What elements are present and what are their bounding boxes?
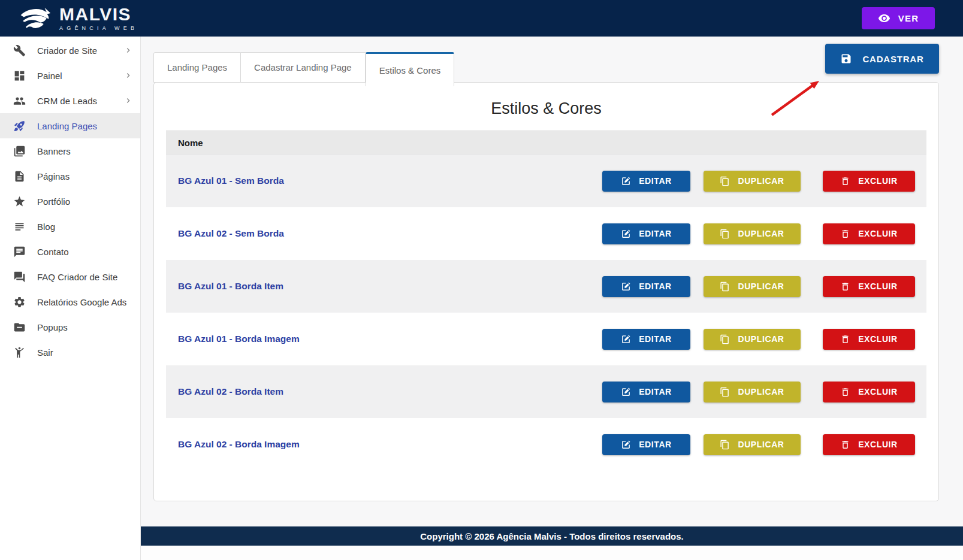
duplicar-button[interactable]: DUPLICAR <box>704 276 801 297</box>
editar-button[interactable]: EDITAR <box>602 171 690 192</box>
sidebar-item-portfolio[interactable]: Portfólio <box>0 189 140 214</box>
sidebar-item-banners[interactable]: Banners <box>0 138 140 164</box>
duplicar-button[interactable]: DUPLICAR <box>704 434 801 455</box>
chat-icon <box>13 246 26 258</box>
styles-table: Nome BG Azul 01 - Sem Borda EDITAR DUPLI… <box>166 131 926 471</box>
malvis-bird-icon <box>17 5 52 32</box>
main-column: CADASTRAR Landing Pages Cadastrar Landin… <box>141 37 963 560</box>
footer: Copyright © 2026 Agência Malvis - Todos … <box>141 526 963 546</box>
wrench-icon <box>13 44 26 57</box>
row-actions: EDITAR DUPLICAR EXCLUIR <box>602 382 915 402</box>
trash-icon <box>840 334 850 344</box>
edit-icon <box>621 440 631 450</box>
people-icon <box>13 95 26 107</box>
brand-name: MALVIS <box>59 5 138 23</box>
duplicar-button[interactable]: DUPLICAR <box>704 382 801 402</box>
tab-bar: Landing Pages Cadastrar Landing Page Est… <box>153 52 939 83</box>
dashboard-icon <box>13 69 26 82</box>
table-header-row: Nome <box>166 131 926 155</box>
app-shell: Criador de Site Painel CRM de Leads Land… <box>0 37 963 560</box>
edit-icon <box>621 281 631 292</box>
sidebar-item-sair[interactable]: Sair <box>0 340 140 365</box>
cadastrar-button-label: CADASTRAR <box>862 54 923 64</box>
editar-button[interactable]: EDITAR <box>602 382 690 402</box>
tab-cadastrar-landing-page[interactable]: Cadastrar Landing Page <box>241 52 366 83</box>
cadastrar-button[interactable]: CADASTRAR <box>825 44 939 74</box>
editar-button[interactable]: EDITAR <box>602 329 690 350</box>
content-area: CADASTRAR Landing Pages Cadastrar Landin… <box>141 37 963 526</box>
rocket-icon <box>13 120 26 132</box>
folder-icon <box>13 321 26 334</box>
column-header-nome: Nome <box>178 138 203 148</box>
sidebar-item-contato[interactable]: Contato <box>0 239 140 264</box>
document-icon <box>13 170 26 183</box>
editar-button[interactable]: EDITAR <box>602 434 690 455</box>
edit-icon <box>621 229 631 239</box>
excluir-button[interactable]: EXCLUIR <box>823 382 915 402</box>
edit-icon <box>621 334 631 344</box>
style-name-link[interactable]: BG Azul 02 - Borda Item <box>178 386 283 397</box>
bottom-strip <box>141 546 963 560</box>
duplicar-button[interactable]: DUPLICAR <box>704 223 801 244</box>
sidebar-item-popups[interactable]: Popups <box>0 314 140 340</box>
table-body: BG Azul 01 - Sem Borda EDITAR DUPLICAR E… <box>166 155 926 471</box>
sidebar-item-relatorios-google-ads[interactable]: Relatórios Google Ads <box>0 289 140 314</box>
sidebar-item-faq-criador-de-site[interactable]: FAQ Criador de Site <box>0 264 140 289</box>
page-title: Estilos & Cores <box>154 99 938 118</box>
sidebar-item-paginas[interactable]: Páginas <box>0 164 140 189</box>
sidebar-item-landing-pages[interactable]: Landing Pages <box>0 113 140 138</box>
copy-icon <box>720 440 730 450</box>
style-name-link[interactable]: BG Azul 02 - Sem Borda <box>178 228 284 239</box>
row-actions: EDITAR DUPLICAR EXCLUIR <box>602 434 915 455</box>
excluir-button[interactable]: EXCLUIR <box>823 329 915 350</box>
duplicar-button[interactable]: DUPLICAR <box>704 171 801 192</box>
excluir-button[interactable]: EXCLUIR <box>823 223 915 244</box>
ver-button[interactable]: VER <box>862 7 935 29</box>
style-name-link[interactable]: BG Azul 01 - Borda Imagem <box>178 334 300 344</box>
eye-icon <box>878 12 890 25</box>
copy-icon <box>720 176 730 186</box>
topbar: MALVIS AGÊNCIA WEB VER <box>0 0 963 37</box>
person-exit-icon <box>13 346 26 359</box>
style-name-link[interactable]: BG Azul 01 - Sem Borda <box>178 175 284 186</box>
forum-icon <box>13 271 26 283</box>
excluir-button[interactable]: EXCLUIR <box>823 171 915 192</box>
chevron-right-icon <box>123 71 133 80</box>
duplicar-button[interactable]: DUPLICAR <box>704 329 801 350</box>
editar-button[interactable]: EDITAR <box>602 223 690 244</box>
table-row: BG Azul 01 - Borda Imagem EDITAR DUPLICA… <box>166 313 926 365</box>
copy-icon <box>720 229 730 239</box>
trash-icon <box>840 229 850 239</box>
table-row: BG Azul 02 - Sem Borda EDITAR DUPLICAR E… <box>166 207 926 260</box>
tab-landing-pages[interactable]: Landing Pages <box>153 52 241 83</box>
copy-icon <box>720 387 730 397</box>
trash-icon <box>840 176 850 186</box>
sidebar-item-criador-de-site[interactable]: Criador de Site <box>0 38 140 63</box>
sidebar: Criador de Site Painel CRM de Leads Land… <box>0 37 141 560</box>
brand-tagline: AGÊNCIA WEB <box>59 25 138 31</box>
gear-icon <box>13 296 26 308</box>
star-icon <box>13 195 26 208</box>
style-name-link[interactable]: BG Azul 01 - Borda Item <box>178 281 283 292</box>
sidebar-item-painel[interactable]: Painel <box>0 63 140 88</box>
chevron-right-icon <box>123 96 133 105</box>
copy-icon <box>720 281 730 292</box>
lines-icon <box>13 220 26 233</box>
image-icon <box>13 145 26 158</box>
trash-icon <box>840 387 850 397</box>
editar-button[interactable]: EDITAR <box>602 276 690 297</box>
sidebar-item-blog[interactable]: Blog <box>0 214 140 239</box>
table-row: BG Azul 01 - Sem Borda EDITAR DUPLICAR E… <box>166 155 926 207</box>
tab-estilos-cores[interactable]: Estilos & Cores <box>366 52 455 86</box>
sidebar-item-crm-de-leads[interactable]: CRM de Leads <box>0 88 140 113</box>
ver-button-label: VER <box>898 13 919 23</box>
table-row: BG Azul 01 - Borda Item EDITAR DUPLICAR … <box>166 260 926 313</box>
trash-icon <box>840 440 850 450</box>
panel-card: Estilos & Cores Nome BG Azul 01 - Sem Bo… <box>153 82 939 501</box>
chevron-right-icon <box>123 46 133 55</box>
style-name-link[interactable]: BG Azul 02 - Borda Imagem <box>178 439 300 450</box>
excluir-button[interactable]: EXCLUIR <box>823 276 915 297</box>
excluir-button[interactable]: EXCLUIR <box>823 434 915 455</box>
trash-icon <box>840 281 850 292</box>
edit-icon <box>621 176 631 186</box>
